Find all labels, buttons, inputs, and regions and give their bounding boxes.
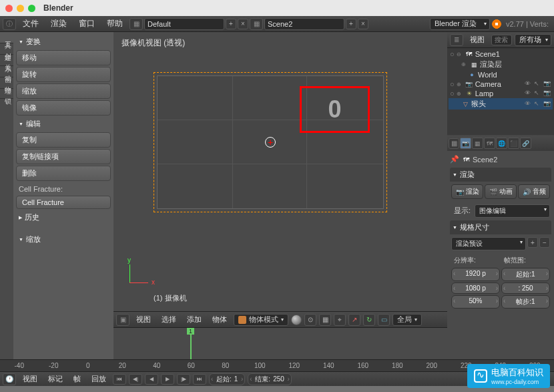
outliner-tree[interactable]: ○ ⊖ 🗺 Scene1 ⊕ ▦ 渲染层 ● World ○ ⊕ 📷 Camer… bbox=[447, 48, 554, 135]
operator-scale-header[interactable]: 缩放 bbox=[16, 232, 111, 246]
resolution-y-field[interactable]: 1080 p bbox=[451, 282, 500, 294]
pin-icon[interactable]: 📌 bbox=[450, 155, 459, 164]
timeline-editor-type-icon[interactable]: 🕐 bbox=[3, 373, 16, 385]
start-frame-field[interactable]: 起始: 1 bbox=[209, 373, 245, 385]
vp-menu-add[interactable]: 添加 bbox=[183, 313, 206, 326]
history-panel-header[interactable]: 历史 bbox=[16, 210, 111, 224]
visibility-icon[interactable]: 👁 bbox=[525, 100, 533, 108]
preset-remove-button[interactable]: − bbox=[539, 237, 550, 248]
tl-menu-marker[interactable]: 标记 bbox=[44, 373, 67, 385]
outliner-row-renderlayers[interactable]: ⊕ ▦ 渲染层 bbox=[449, 59, 553, 70]
layout-remove-button[interactable]: × bbox=[238, 19, 248, 29]
expand-icon[interactable]: ⊖ bbox=[457, 51, 463, 57]
tab-physics[interactable]: 物理 bbox=[0, 77, 13, 89]
expand-icon[interactable]: ⊕ bbox=[457, 81, 463, 87]
selectable-icon[interactable]: ↖ bbox=[534, 80, 542, 88]
tl-menu-frame[interactable]: 帧 bbox=[69, 373, 85, 385]
render-animation-button[interactable]: 🎬动画 bbox=[485, 184, 517, 199]
layout-add-button[interactable]: + bbox=[226, 19, 236, 29]
menu-file[interactable]: 文件 bbox=[17, 17, 44, 31]
outliner-row-world[interactable]: ● World bbox=[449, 70, 553, 79]
editor-type-icon[interactable]: ⓘ bbox=[3, 18, 16, 30]
minimize-window-dot[interactable] bbox=[17, 5, 24, 12]
menu-window[interactable]: 窗口 bbox=[73, 17, 100, 31]
renderable-icon[interactable]: 📷 bbox=[543, 89, 551, 97]
tl-menu-playback[interactable]: 回放 bbox=[87, 373, 110, 385]
viewport-shading-icon[interactable] bbox=[291, 315, 302, 325]
outliner-row-scene[interactable]: ○ ⊖ 🗺 Scene1 bbox=[449, 49, 553, 59]
duplicate-button[interactable]: 复制 bbox=[16, 132, 111, 148]
outliner-view-menu[interactable]: 视图 bbox=[466, 33, 489, 46]
timeline-canvas[interactable] bbox=[113, 328, 447, 359]
manipulator-toggle-icon[interactable]: ⌖ bbox=[334, 314, 346, 326]
rotate-button[interactable]: 旋转 bbox=[16, 67, 111, 82]
close-window-dot[interactable] bbox=[5, 5, 13, 12]
keyframe-next-button[interactable]: |▶ bbox=[177, 374, 190, 385]
manipulator-translate-icon[interactable]: ↗ bbox=[348, 314, 360, 326]
cell-fracture-button[interactable]: Cell Fracture bbox=[16, 196, 111, 209]
frame-end-field[interactable]: : 250 bbox=[501, 282, 550, 294]
tab-relations[interactable]: 关系 bbox=[0, 55, 13, 66]
scale-button[interactable]: 缩放 bbox=[16, 83, 111, 99]
vp-menu-object[interactable]: 物体 bbox=[208, 313, 231, 326]
layout-name-input[interactable] bbox=[148, 20, 201, 28]
properties-editor-type-icon[interactable]: ▦ bbox=[449, 138, 459, 149]
render-panel-header[interactable]: 渲染 bbox=[450, 168, 551, 182]
outliner-row-monkey[interactable]: ▽ 猴头 👁 ↖ 📷 bbox=[449, 98, 553, 110]
frame-start-field[interactable]: 起始:1 bbox=[501, 268, 550, 281]
mirror-button[interactable]: 镜像 bbox=[16, 100, 111, 116]
scene-remove-button[interactable]: × bbox=[358, 19, 368, 29]
maximize-window-dot[interactable] bbox=[28, 5, 35, 12]
expand-icon[interactable]: ⊕ bbox=[457, 91, 463, 97]
render-audio-button[interactable]: 🔊音频 bbox=[518, 184, 550, 199]
keyframe-prev-button[interactable]: ◀| bbox=[129, 374, 142, 385]
pivot-point-icon[interactable]: ⊙ bbox=[304, 314, 316, 326]
vp-menu-select[interactable]: 选择 bbox=[158, 313, 180, 326]
frame-step-field[interactable]: 帧步:1 bbox=[501, 295, 550, 309]
menu-help[interactable]: 帮助 bbox=[101, 17, 128, 31]
delete-button[interactable]: 删除 bbox=[16, 166, 111, 181]
renderable-icon[interactable]: 📷 bbox=[543, 100, 551, 108]
viewport-editor-type-icon[interactable]: ▣ bbox=[116, 314, 129, 326]
timeline-editor[interactable] bbox=[113, 327, 447, 359]
expand-icon[interactable]: ⊕ bbox=[461, 61, 468, 67]
selectable-icon[interactable]: ↖ bbox=[534, 89, 542, 97]
render-preset-selector[interactable]: 渲染预设 bbox=[451, 237, 526, 250]
jump-end-button[interactable]: ⏭ bbox=[193, 374, 206, 385]
outliner-row-lamp[interactable]: ○ ⊕ ☀ Lamp 👁 ↖ 📷 bbox=[449, 89, 553, 98]
ptab-render[interactable]: 📷 bbox=[460, 138, 471, 149]
jump-start-button[interactable]: ⏮ bbox=[113, 374, 126, 385]
transform-panel-header[interactable]: 变换 bbox=[16, 35, 111, 49]
3d-viewport[interactable]: 摄像机视图 (透视) 0 (1) 摄像机 bbox=[113, 32, 447, 311]
ptab-object[interactable]: ⬛ bbox=[508, 138, 519, 149]
visibility-icon[interactable]: 👁 bbox=[525, 80, 533, 88]
outliner-search-input[interactable]: 搜索 bbox=[491, 35, 512, 45]
ptab-renderlayers[interactable]: ▦ bbox=[472, 138, 483, 149]
manipulator-rotate-icon[interactable]: ↻ bbox=[363, 314, 375, 326]
play-reverse-button[interactable]: ◀ bbox=[145, 374, 158, 385]
selectable-icon[interactable]: ↖ bbox=[534, 100, 542, 108]
tl-menu-view[interactable]: 视图 bbox=[19, 373, 41, 385]
display-mode-selector[interactable]: 图像编辑 bbox=[475, 204, 550, 218]
scene-selector[interactable] bbox=[264, 18, 344, 30]
screen-layout-selector[interactable] bbox=[144, 18, 224, 30]
preset-add-button[interactable]: + bbox=[527, 237, 538, 248]
vp-menu-view[interactable]: 视图 bbox=[132, 313, 155, 326]
manipulator-scale-icon[interactable]: ▭ bbox=[378, 314, 390, 326]
outliner-editor-type-icon[interactable]: ≣ bbox=[450, 34, 463, 46]
ptab-constraints[interactable]: 🔗 bbox=[520, 138, 531, 149]
scene-name-input[interactable] bbox=[268, 20, 321, 28]
outliner-row-camera[interactable]: ○ ⊕ 📷 Camera 👁 ↖ 📷 bbox=[449, 79, 553, 89]
dimensions-panel-header[interactable]: 规格尺寸 bbox=[450, 220, 551, 234]
play-button[interactable]: ▶ bbox=[161, 374, 174, 385]
edit-panel-header[interactable]: 编辑 bbox=[16, 117, 111, 131]
render-image-button[interactable]: 📷渲染 bbox=[451, 184, 483, 199]
scene-add-button[interactable]: + bbox=[346, 19, 356, 29]
tab-create[interactable]: 创建 bbox=[0, 43, 13, 55]
duplicate-linked-button[interactable]: 复制链接项 bbox=[16, 149, 111, 164]
renderable-icon[interactable]: 📷 bbox=[543, 80, 551, 88]
render-engine-selector[interactable]: Blender 渲染 bbox=[430, 18, 490, 30]
scene-browse-icon[interactable]: ▦ bbox=[250, 18, 263, 30]
ptab-scene[interactable]: 🗺 bbox=[484, 138, 495, 149]
resolution-x-field[interactable]: 1920 p bbox=[451, 268, 500, 281]
